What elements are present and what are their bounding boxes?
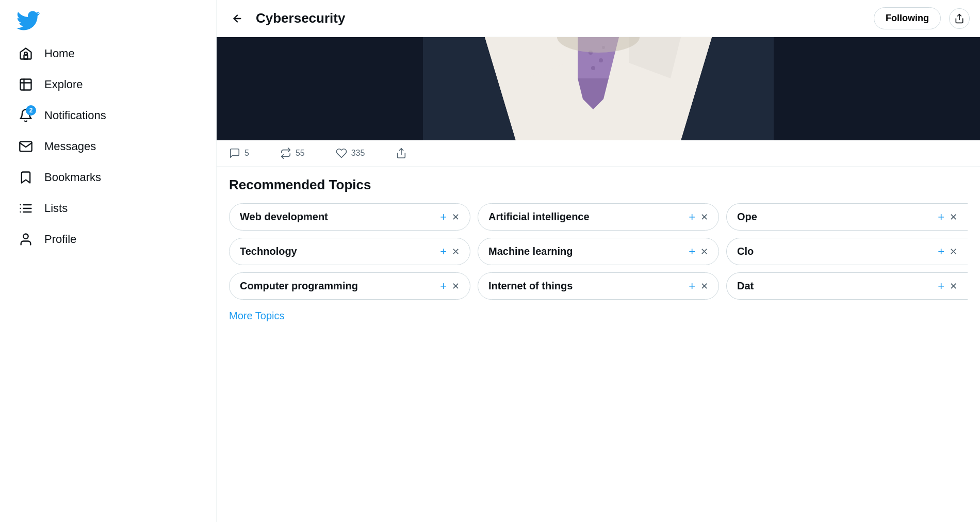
topic-web-development-remove[interactable]: ✕ <box>452 213 460 222</box>
sidebar-item-profile-label: Profile <box>44 233 76 246</box>
svg-point-24 <box>591 66 595 70</box>
content-area: 5 55 335 <box>217 37 980 522</box>
topic-web-development-label: Web development <box>240 211 435 223</box>
hero-image <box>217 37 980 140</box>
topic-iot-add[interactable]: + <box>689 281 695 292</box>
topic-iot-label: Internet of things <box>488 280 683 292</box>
topic-data-remove[interactable]: ✕ <box>950 282 957 291</box>
like-icon <box>336 148 347 159</box>
sidebar-item-lists[interactable]: Lists <box>10 194 206 223</box>
topic-open-label: Ope <box>737 211 933 223</box>
topic-artificial-intelligence[interactable]: Artificial intelligence + ✕ <box>478 203 719 231</box>
recommended-title: Recommended Topics <box>229 177 968 193</box>
topic-technology-remove[interactable]: ✕ <box>452 247 460 256</box>
page-header: Cybersecurity Following <box>217 0 980 37</box>
messages-icon <box>18 138 34 155</box>
like-action[interactable]: 335 <box>336 148 365 159</box>
sidebar-item-notifications-label: Notifications <box>44 109 106 122</box>
topic-iot-actions: + ✕ <box>689 281 708 292</box>
topic-data-label: Dat <box>737 280 933 292</box>
share-tweet-action[interactable] <box>396 148 407 159</box>
topic-cp-add[interactable]: + <box>440 281 447 292</box>
svg-point-23 <box>599 58 603 62</box>
sidebar-item-messages-label: Messages <box>44 140 96 153</box>
sidebar-item-profile[interactable]: Profile <box>10 225 206 254</box>
reply-icon <box>229 148 240 159</box>
retweet-icon <box>280 148 291 159</box>
like-count: 335 <box>351 149 365 158</box>
topic-open-actions: + ✕ <box>938 211 957 223</box>
topic-ai-remove[interactable]: ✕ <box>700 213 708 222</box>
following-button[interactable]: Following <box>874 7 941 29</box>
sidebar-item-messages[interactable]: Messages <box>10 132 206 161</box>
topic-cloud-add[interactable]: + <box>938 246 944 257</box>
share-button[interactable] <box>949 8 970 29</box>
topic-cloud-actions: + ✕ <box>938 246 957 257</box>
topic-ai-add[interactable]: + <box>689 211 695 223</box>
topic-ml-label: Machine learning <box>488 246 683 257</box>
topic-cp-label: Computer programming <box>240 280 435 292</box>
topic-web-development[interactable]: Web development + ✕ <box>229 203 470 231</box>
topic-computer-programming[interactable]: Computer programming + ✕ <box>229 272 470 300</box>
twitter-logo[interactable] <box>15 8 41 34</box>
topic-technology[interactable]: Technology + ✕ <box>229 238 470 265</box>
topic-technology-add[interactable]: + <box>440 246 447 257</box>
svg-rect-16 <box>774 37 980 140</box>
topic-ml-actions: + ✕ <box>689 246 708 257</box>
topic-technology-actions: + ✕ <box>440 246 460 257</box>
topic-web-development-add[interactable]: + <box>440 211 447 223</box>
home-icon <box>18 45 34 62</box>
share-tweet-icon <box>396 148 407 159</box>
topic-internet-of-things[interactable]: Internet of things + ✕ <box>478 272 719 300</box>
sidebar-item-bookmarks-label: Bookmarks <box>44 171 101 184</box>
svg-rect-2 <box>21 79 31 90</box>
sidebar-item-home-label: Home <box>44 47 75 60</box>
profile-icon <box>18 231 34 248</box>
sidebar: Home Explore 2 Notifications <box>0 0 217 522</box>
bookmarks-icon <box>18 169 34 186</box>
topic-machine-learning[interactable]: Machine learning + ✕ <box>478 238 719 265</box>
sidebar-item-notifications[interactable]: 2 Notifications <box>10 101 206 130</box>
topic-ml-add[interactable]: + <box>689 246 695 257</box>
main-content: Cybersecurity Following <box>217 0 980 522</box>
recommended-topics-section: Recommended Topics Web development + ✕ A… <box>217 167 980 332</box>
topic-cp-remove[interactable]: ✕ <box>452 282 460 291</box>
topic-web-development-actions: + ✕ <box>440 211 460 223</box>
reply-count: 5 <box>244 149 249 158</box>
topic-data-actions: + ✕ <box>938 281 957 292</box>
notifications-icon: 2 <box>18 107 34 124</box>
notification-badge: 2 <box>26 105 36 116</box>
page-title: Cybersecurity <box>256 10 865 26</box>
sidebar-item-home[interactable]: Home <box>10 39 206 68</box>
back-button[interactable] <box>227 8 248 29</box>
retweet-action[interactable]: 55 <box>280 148 305 159</box>
topic-data-partial[interactable]: Dat + ✕ <box>726 272 968 300</box>
topic-ai-label: Artificial intelligence <box>488 211 683 223</box>
lists-icon <box>18 200 34 217</box>
topic-cloud-label: Clo <box>737 246 933 257</box>
sidebar-item-bookmarks[interactable]: Bookmarks <box>10 163 206 192</box>
topic-data-add[interactable]: + <box>938 281 944 292</box>
reply-action[interactable]: 5 <box>229 148 249 159</box>
topic-technology-label: Technology <box>240 246 435 257</box>
topic-open-add[interactable]: + <box>938 211 944 223</box>
more-topics-link[interactable]: More Topics <box>229 310 284 322</box>
topic-cp-actions: + ✕ <box>440 281 460 292</box>
topics-grid: Web development + ✕ Artificial intellige… <box>229 203 968 300</box>
tweet-actions: 5 55 335 <box>217 140 980 167</box>
topic-ai-actions: + ✕ <box>689 211 708 223</box>
topic-cloud-partial[interactable]: Clo + ✕ <box>726 238 968 265</box>
topic-iot-remove[interactable]: ✕ <box>700 282 708 291</box>
explore-icon <box>18 76 34 93</box>
sidebar-item-explore[interactable]: Explore <box>10 70 206 99</box>
sidebar-item-lists-label: Lists <box>44 202 68 215</box>
svg-point-11 <box>23 234 28 239</box>
svg-rect-14 <box>217 37 423 140</box>
sidebar-item-explore-label: Explore <box>44 78 83 91</box>
retweet-count: 55 <box>296 149 305 158</box>
topic-open-partial[interactable]: Ope + ✕ <box>726 203 968 231</box>
topic-cloud-remove[interactable]: ✕ <box>950 247 957 256</box>
topic-ml-remove[interactable]: ✕ <box>700 247 708 256</box>
topic-open-remove[interactable]: ✕ <box>950 213 957 222</box>
